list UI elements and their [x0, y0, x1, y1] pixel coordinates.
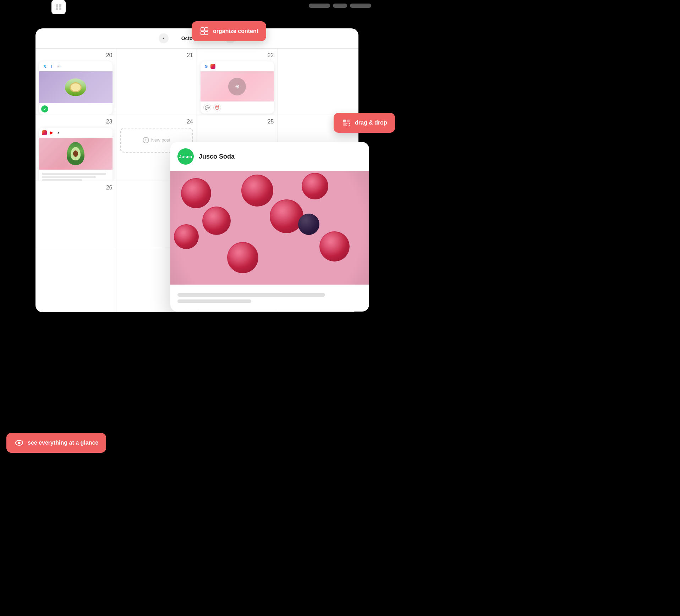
tiktok-icon: ♪ — [55, 130, 61, 136]
youtube-icon: ▶ — [48, 130, 54, 136]
eye-icon — [14, 438, 24, 448]
layout-icon — [199, 26, 209, 36]
melon-shape — [65, 78, 86, 96]
svg-rect-11 — [347, 123, 350, 126]
day-number: 21 — [120, 52, 193, 59]
svg-rect-7 — [205, 32, 208, 35]
calendar-cell-23[interactable]: 23 ▶ ♪ — [35, 115, 116, 181]
linkedin-icon: in — [56, 64, 62, 69]
footer-line — [177, 293, 325, 297]
top-bar-pill — [350, 4, 371, 8]
post-card-avocado[interactable]: ▶ ♪ — [39, 128, 113, 181]
hand-circle-icon: ⊕ — [228, 78, 246, 95]
post-card-header: ▶ ♪ — [39, 128, 113, 138]
post-text-lines — [39, 170, 113, 181]
svg-rect-0 — [56, 4, 58, 7]
melon-image — [39, 71, 113, 103]
avocado-shape — [67, 142, 84, 165]
post-detail-card: Jusco Jusco Soda — [170, 142, 369, 312]
svg-point-13 — [18, 442, 21, 444]
post-meta-icons: 💬 ⏰ — [201, 101, 274, 114]
raspberry-background — [170, 171, 369, 285]
day-number: 20 — [39, 52, 113, 59]
organize-content-badge: organize content — [192, 21, 266, 41]
svg-rect-3 — [59, 7, 61, 10]
calendar-cell-22[interactable]: 22 G ⊕ 💬 ⏰ — [197, 49, 278, 115]
add-post-icon: + — [143, 137, 149, 143]
brand-name: Jusco Soda — [199, 153, 235, 160]
facebook-icon: f — [49, 64, 55, 69]
day-number: 24 — [120, 119, 193, 125]
svg-rect-10 — [343, 123, 346, 126]
comment-icon: 💬 — [203, 104, 211, 111]
svg-rect-4 — [201, 28, 204, 31]
scene: ‹ October 2023 › 20 𝕏 f in ✓ — [0, 0, 680, 616]
glance-label: see everything at a glance — [28, 440, 98, 446]
day-number: 23 — [39, 119, 113, 125]
prev-month-button[interactable]: ‹ — [159, 33, 169, 43]
detail-card-footer — [170, 285, 369, 312]
svg-rect-5 — [205, 28, 208, 31]
day-number: 26 — [39, 185, 113, 191]
calendar-cell-20[interactable]: 20 𝕏 f in ✓ — [35, 49, 116, 115]
app-icon — [51, 0, 66, 14]
day-number: 22 — [201, 52, 274, 59]
avocado-image — [39, 138, 113, 170]
instagram-icon — [210, 64, 215, 69]
twitter-icon: 𝕏 — [42, 64, 48, 69]
organize-content-label: organize content — [213, 28, 258, 34]
svg-rect-6 — [201, 32, 204, 35]
post-check-icon: ✓ — [41, 105, 48, 112]
pink-post-image: ⊕ — [201, 71, 274, 101]
calendar-cell-21[interactable]: 21 — [116, 49, 197, 115]
drag-drop-label: drag & drop — [355, 120, 387, 126]
google-icon: G — [203, 64, 209, 69]
top-bar — [309, 4, 371, 8]
svg-rect-2 — [56, 7, 58, 10]
instagram-icon-2 — [42, 130, 47, 135]
new-post-label: New post — [151, 137, 170, 143]
post-card-header: G — [201, 61, 274, 71]
detail-post-image — [170, 171, 369, 285]
top-bar-pill — [333, 4, 347, 8]
brand-logo: Jusco — [177, 148, 194, 165]
post-card-melon[interactable]: 𝕏 f in ✓ — [39, 61, 113, 115]
day-number: 25 — [201, 119, 274, 125]
drag-icon — [341, 118, 351, 128]
avocado-seed — [73, 150, 78, 157]
svg-rect-9 — [347, 120, 350, 122]
avocado-inner — [71, 147, 81, 160]
raspberry-overlay — [170, 171, 369, 285]
clock-icon: ⏰ — [213, 104, 221, 111]
detail-card-header: Jusco Jusco Soda — [170, 142, 369, 171]
post-card-header: 𝕏 f in — [39, 61, 113, 71]
svg-rect-8 — [343, 120, 346, 122]
glance-badge: see everything at a glance — [6, 433, 106, 453]
drag-drop-badge: drag & drop — [334, 113, 395, 133]
text-line — [42, 176, 96, 178]
svg-rect-1 — [59, 4, 61, 7]
text-line — [42, 173, 106, 175]
top-bar-pill — [309, 4, 330, 8]
footer-line — [177, 299, 251, 303]
post-card-pink[interactable]: G ⊕ 💬 ⏰ — [201, 61, 274, 114]
calendar-cell-empty-6[interactable] — [35, 247, 116, 313]
calendar-cell-26[interactable]: 26 — [35, 181, 116, 247]
calendar-cell-empty-1[interactable] — [278, 49, 359, 115]
